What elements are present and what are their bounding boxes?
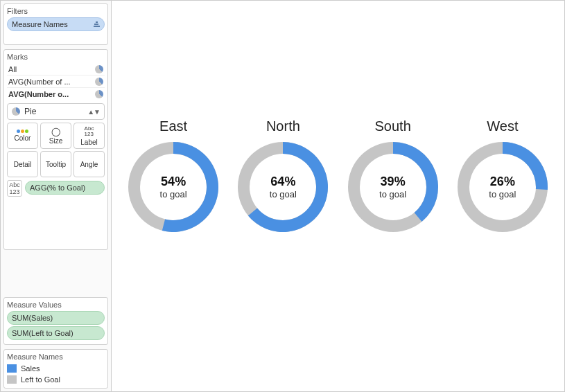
marks-shelves-row-2: Detail Tooltip Angle (7, 151, 105, 177)
pie-icon (95, 78, 103, 86)
label-chip-icon: Abc123 (7, 180, 22, 197)
app-root: Filters Measure Names Marks All AVG(Numb… (0, 0, 565, 392)
shelf-angle[interactable]: Angle (73, 151, 105, 177)
shelf-label[interactable]: Abc123 Label (73, 123, 105, 149)
donut-subtitle: to goal (379, 189, 406, 199)
pie-icon (95, 65, 103, 73)
marks-shelves-row-1: Color ◯ Size Abc123 Label (7, 123, 105, 149)
donut-title: North (266, 118, 300, 134)
donut-chart: 39%to goal (345, 139, 442, 235)
donut-pct-value: 64% (270, 175, 295, 189)
donut-center-label: 26%to goal (454, 139, 551, 235)
sidebar: Filters Measure Names Marks All AVG(Numb… (1, 1, 112, 391)
marks-layer-avg-2[interactable]: AVG(Number o... (7, 88, 105, 100)
donut-pct-value: 39% (381, 175, 406, 189)
label-pill-agg-pct-to-goal[interactable]: AGG(% to Goal) (25, 181, 105, 195)
donut-chart: 54%to goal (125, 139, 222, 235)
label-icon: Abc123 (85, 126, 94, 137)
marks-layer-all[interactable]: All (7, 63, 105, 75)
shelf-tooltip[interactable]: Tooltip (40, 151, 71, 177)
donut-subtitle: to goal (160, 189, 187, 199)
legend-item-sales[interactable]: Sales (7, 363, 105, 374)
size-icon: ◯ (51, 127, 60, 136)
filters-title: Filters (7, 7, 105, 15)
donut-row: East54%to goalNorth64%to goalSouth39%to … (112, 118, 564, 235)
marks-panel: Marks All AVG(Number of ... AVG(Number o… (3, 49, 108, 250)
mark-type-dropdown[interactable]: Pie ▲▼ (7, 103, 105, 120)
legend-swatch-left-to-goal (7, 375, 17, 384)
filters-panel: Filters Measure Names (3, 3, 108, 45)
donut-chart: 64%to goal (234, 139, 331, 235)
donut-title: West (487, 118, 518, 134)
color-icon (17, 130, 28, 133)
legend-item-left-to-goal[interactable]: Left to Goal (7, 374, 105, 385)
mv-pill-sum-left-to-goal[interactable]: SUM(Left to Goal) (7, 326, 105, 340)
pie-icon (95, 90, 103, 98)
filter-pill-measure-names[interactable]: Measure Names (7, 17, 105, 31)
shelf-color[interactable]: Color (7, 123, 38, 149)
filter-pill-label: Measure Names (12, 20, 68, 28)
donut-subtitle: to goal (270, 189, 297, 199)
donut-east: East54%to goal (121, 118, 225, 235)
donut-south: South39%to goal (341, 118, 445, 235)
donut-pct-value: 54% (161, 175, 186, 189)
marks-layer-avg-1[interactable]: AVG(Number of ... (7, 75, 105, 88)
legend-swatch-sales (7, 364, 17, 373)
measure-values-panel: Measure Values SUM(Sales) SUM(Left to Go… (3, 297, 108, 345)
donut-west: West26%to goal (451, 118, 555, 235)
measure-values-title: Measure Values (7, 301, 105, 309)
donut-subtitle: to goal (489, 189, 516, 199)
mv-pill-sum-sales[interactable]: SUM(Sales) (7, 311, 105, 325)
mark-type-label: Pie (24, 107, 36, 116)
legend-title: Measure Names (7, 353, 105, 361)
donut-title: East (159, 118, 187, 134)
sort-bars-icon (93, 21, 100, 27)
shelf-detail[interactable]: Detail (7, 151, 38, 177)
dropdown-caret-icon: ▲▼ (87, 108, 100, 116)
legend-panel: Measure Names Sales Left to Goal (3, 349, 108, 389)
donut-title: South (374, 118, 410, 134)
donut-center-label: 39%to goal (345, 139, 442, 235)
donut-center-label: 64%to goal (234, 139, 331, 235)
donut-north: North64%to goal (231, 118, 335, 235)
donut-pct-value: 26% (490, 175, 515, 189)
donut-center-label: 54%to goal (125, 139, 222, 235)
chart-canvas: East54%to goalNorth64%to goalSouth39%to … (112, 1, 564, 391)
marks-title: Marks (7, 53, 105, 61)
marks-layer-list: All AVG(Number of ... AVG(Number o... (7, 63, 105, 100)
donut-chart: 26%to goal (454, 139, 551, 235)
pie-icon (12, 107, 20, 116)
shelf-size[interactable]: ◯ Size (40, 123, 71, 149)
